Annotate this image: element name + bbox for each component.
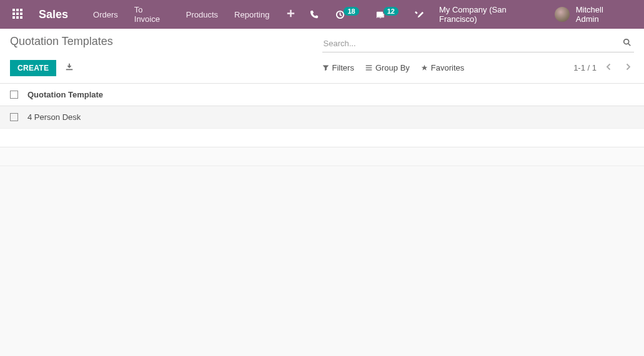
- messages-badge: 12: [384, 7, 399, 16]
- breadcrumb: Quotation Templates: [10, 35, 322, 52]
- apps-menu-icon[interactable]: [6, 6, 29, 23]
- svg-rect-0: [12, 9, 15, 11]
- svg-rect-15: [366, 67, 372, 68]
- control-panel: Quotation Templates CREATE Filters Group…: [0, 29, 644, 84]
- company-selector[interactable]: My Company (San Francisco): [434, 5, 551, 24]
- svg-point-12: [624, 39, 629, 44]
- svg-rect-1: [16, 9, 19, 11]
- groupby-button[interactable]: Group By: [365, 63, 410, 72]
- svg-rect-14: [366, 65, 372, 66]
- svg-rect-2: [20, 9, 22, 11]
- activity-badge: 18: [344, 7, 359, 16]
- svg-rect-6: [12, 16, 15, 19]
- activity-icon[interactable]: 18: [329, 6, 365, 23]
- list-footer: [0, 129, 644, 147]
- filters-button[interactable]: Filters: [322, 63, 354, 72]
- row-checkbox[interactable]: [10, 113, 18, 121]
- svg-rect-16: [366, 69, 372, 70]
- nav-orders[interactable]: Orders: [86, 5, 126, 24]
- svg-rect-7: [16, 16, 19, 19]
- create-button[interactable]: CREATE: [10, 60, 56, 76]
- pager: 1-1 / 1: [573, 61, 634, 75]
- search-icon[interactable]: [620, 36, 634, 51]
- svg-rect-5: [20, 12, 22, 15]
- favorites-label: Favorites: [431, 63, 464, 72]
- list-view: Quotation Template 4 Person Desk: [0, 84, 644, 166]
- user-menu[interactable]: Mitchell Admin: [555, 5, 638, 24]
- groupby-label: Group By: [375, 63, 410, 72]
- nav-to-invoice[interactable]: To Invoice: [127, 0, 177, 29]
- svg-rect-4: [16, 12, 19, 15]
- toolbar: CREATE: [10, 59, 322, 77]
- svg-rect-3: [12, 12, 15, 15]
- download-icon[interactable]: [61, 59, 77, 77]
- pager-next-icon[interactable]: [622, 61, 634, 75]
- column-header-name[interactable]: Quotation Template: [27, 90, 103, 99]
- phone-icon[interactable]: [304, 6, 325, 23]
- avatar: [555, 7, 570, 22]
- filters-label: Filters: [332, 63, 354, 72]
- nav-new-icon[interactable]: [278, 4, 304, 25]
- main-navbar: Sales Orders To Invoice Products Reporti…: [0, 0, 644, 29]
- tools-icon[interactable]: [409, 6, 430, 23]
- nav-reporting[interactable]: Reporting: [227, 5, 277, 24]
- nav-products[interactable]: Products: [179, 5, 225, 24]
- row-name: 4 Person Desk: [27, 112, 81, 122]
- search-toolbar: Filters Group By Favorites 1-1 / 1: [322, 59, 635, 77]
- svg-line-13: [628, 44, 631, 46]
- pager-range: 1-1 / 1: [573, 63, 597, 72]
- search-bar: [322, 35, 635, 52]
- pager-prev-icon[interactable]: [603, 61, 615, 75]
- svg-rect-10: [287, 12, 294, 14]
- select-all-checkbox[interactable]: [10, 91, 18, 99]
- favorites-button[interactable]: Favorites: [421, 63, 464, 72]
- user-name: Mitchell Admin: [571, 5, 633, 24]
- svg-rect-8: [20, 16, 22, 19]
- app-brand[interactable]: Sales: [31, 8, 83, 21]
- table-row[interactable]: 4 Person Desk: [0, 106, 644, 129]
- messages-icon[interactable]: 12: [369, 6, 405, 23]
- search-input[interactable]: [322, 36, 621, 51]
- list-header-row: Quotation Template: [0, 84, 644, 106]
